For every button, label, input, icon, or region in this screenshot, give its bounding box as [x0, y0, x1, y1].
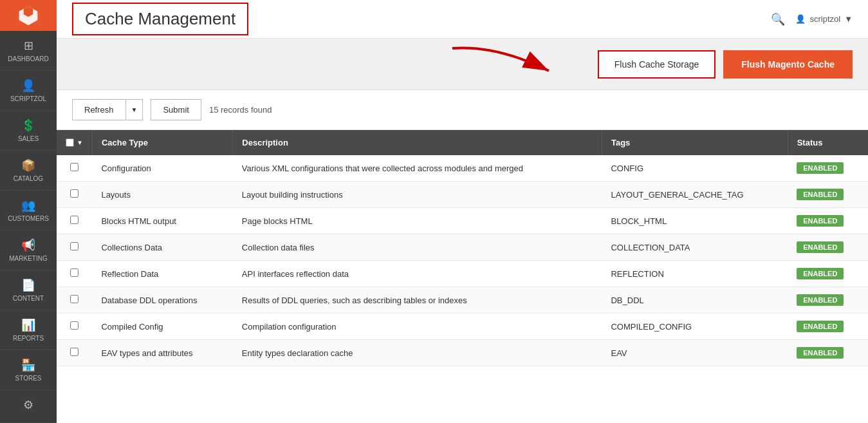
row-description: Page blocks HTML: [233, 208, 602, 234]
stores-icon: 🏪: [21, 358, 35, 372]
dashboard-icon: ⊞: [24, 39, 33, 53]
sidebar-item-scriptzol[interactable]: 👤 SCRIPTZOL: [0, 71, 57, 111]
table-row: Configuration Various XML configurations…: [57, 155, 868, 182]
sidebar-item-settings[interactable]: ⚙: [0, 390, 57, 423]
row-checkbox-cell: [57, 314, 92, 340]
sidebar-item-label: CONTENT: [13, 295, 44, 302]
row-checkbox[interactable]: [70, 348, 78, 356]
sidebar-logo[interactable]: [0, 0, 57, 31]
row-tags: CONFIG: [602, 155, 788, 182]
refresh-dropdown-button[interactable]: ▼: [125, 100, 143, 120]
sidebar-item-stores[interactable]: 🏪 STORES: [0, 350, 57, 390]
status-badge: ENABLED: [797, 347, 844, 359]
row-checkbox-cell: [57, 261, 92, 287]
row-description: Collection data files: [233, 234, 602, 261]
status-badge: ENABLED: [797, 294, 844, 306]
sidebar-item-label: MARKETING: [9, 255, 47, 262]
row-checkbox[interactable]: [70, 242, 78, 250]
row-tags: COMPILED_CONFIG: [602, 314, 788, 340]
row-cache-type: EAV types and attributes: [92, 340, 232, 366]
submit-button[interactable]: Submit: [151, 99, 201, 120]
refresh-group: Refresh ▼: [72, 99, 143, 120]
status-badge: ENABLED: [797, 189, 844, 200]
row-checkbox[interactable]: [70, 295, 78, 303]
flush-magento-cache-button[interactable]: Flush Magento Cache: [723, 50, 853, 79]
status-badge: ENABLED: [797, 215, 844, 227]
table-row: Blocks HTML output Page blocks HTML BLOC…: [57, 208, 868, 234]
page-title: Cache Management: [85, 9, 235, 29]
content-icon: 📄: [21, 278, 35, 292]
sidebar-item-reports[interactable]: 📊 REPORTS: [0, 310, 57, 350]
row-tags: EAV: [602, 340, 788, 366]
arrow-annotation: [446, 42, 562, 89]
row-checkbox[interactable]: [70, 268, 78, 277]
user-menu[interactable]: 👤 scriptzol ▼: [795, 14, 853, 24]
row-status: ENABLED: [788, 314, 868, 340]
select-all-checkbox[interactable]: [66, 138, 74, 147]
row-status: ENABLED: [788, 182, 868, 208]
status-badge: ENABLED: [797, 268, 844, 279]
sidebar-item-marketing[interactable]: 📢 MARKETING: [0, 230, 57, 270]
row-checkbox-cell: [57, 155, 92, 182]
top-bar: Cache Management 🔍 👤 scriptzol ▼: [57, 0, 868, 39]
records-label: records found: [221, 105, 272, 115]
row-tags: REFLECTION: [602, 261, 788, 287]
search-button[interactable]: 🔍: [771, 12, 785, 26]
row-checkbox[interactable]: [70, 216, 78, 224]
sales-icon: 💲: [21, 118, 35, 133]
sidebar-item-customers[interactable]: 👥 CUSTOMERS: [0, 191, 57, 230]
row-checkbox-cell: [57, 287, 92, 314]
sidebar-item-label: SALES: [18, 135, 39, 142]
sidebar-item-label: CUSTOMERS: [8, 215, 49, 222]
sidebar-item-content[interactable]: 📄 CONTENT: [0, 270, 57, 310]
table-header-row: ▼ Cache Type Description Tags Status: [57, 130, 868, 155]
row-description: Various XML configurations that were col…: [233, 155, 602, 182]
user-avatar-icon: 👤: [795, 14, 806, 24]
row-status: ENABLED: [788, 287, 868, 314]
select-all-dropdown-icon[interactable]: ▼: [77, 139, 83, 146]
th-tags: Tags: [602, 130, 788, 155]
main-content: Cache Management 🔍 👤 scriptzol ▼: [57, 0, 868, 423]
row-description: Compilation configuration: [233, 314, 602, 340]
page-title-box: Cache Management: [72, 3, 248, 35]
row-cache-type: Layouts: [92, 182, 232, 208]
sidebar-item-sales[interactable]: 💲 SALES: [0, 111, 57, 151]
table-row: Layouts Layout building instructions LAY…: [57, 182, 868, 208]
row-checkbox-cell: [57, 208, 92, 234]
sidebar-item-catalog[interactable]: 📦 CATALOG: [0, 151, 57, 191]
flush-cache-storage-button[interactable]: Flush Cache Storage: [598, 50, 716, 79]
sidebar-item-label: REPORTS: [13, 335, 44, 342]
sidebar-item-label: DASHBOARD: [8, 55, 48, 62]
refresh-button[interactable]: Refresh: [73, 100, 125, 120]
sidebar-item-dashboard[interactable]: ⊞ DASHBOARD: [0, 31, 57, 71]
th-description: Description: [233, 130, 602, 155]
row-status: ENABLED: [788, 261, 868, 287]
sidebar-item-label: STORES: [15, 375, 42, 382]
row-checkbox[interactable]: [70, 321, 78, 330]
th-cache-type: Cache Type: [92, 130, 232, 155]
user-name: scriptzol: [809, 14, 840, 24]
row-tags: LAYOUT_GENERAL_CACHE_TAG: [602, 182, 788, 208]
records-count: 15: [209, 105, 218, 115]
status-badge: ENABLED: [797, 241, 844, 253]
table-row: EAV types and attributes Entity types de…: [57, 340, 868, 366]
row-cache-type: Blocks HTML output: [92, 208, 232, 234]
row-status: ENABLED: [788, 234, 868, 261]
settings-icon: ⚙: [23, 398, 33, 412]
row-cache-type: Collections Data: [92, 234, 232, 261]
th-select: ▼: [57, 130, 92, 155]
th-status: Status: [788, 130, 868, 155]
row-checkbox[interactable]: [70, 189, 78, 198]
row-checkbox[interactable]: [70, 163, 78, 171]
row-checkbox-cell: [57, 234, 92, 261]
sidebar-item-label: SCRIPTZOL: [10, 95, 46, 102]
row-status: ENABLED: [788, 208, 868, 234]
table-row: Database DDL operations Results of DDL q…: [57, 287, 868, 314]
row-cache-type: Reflection Data: [92, 261, 232, 287]
row-tags: DB_DDL: [602, 287, 788, 314]
row-cache-type: Database DDL operations: [92, 287, 232, 314]
status-badge: ENABLED: [797, 162, 844, 174]
table-body: Configuration Various XML configurations…: [57, 155, 868, 366]
top-bar-right: 🔍 👤 scriptzol ▼: [771, 12, 853, 26]
table-row: Compiled Config Compilation configuratio…: [57, 314, 868, 340]
